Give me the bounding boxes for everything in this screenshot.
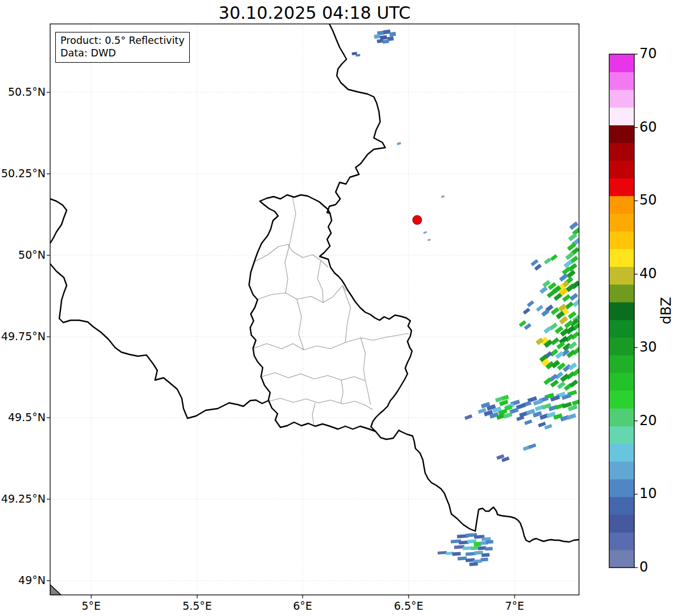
figure-title: 30.10.2025 04:18 UTC: [50, 3, 579, 23]
radar-echo-cell: [540, 286, 548, 294]
colorbar-segment: [609, 337, 634, 356]
regional-border: [343, 285, 350, 342]
x-tick-label: 7°E: [489, 599, 540, 612]
regional-border: [256, 285, 346, 303]
regional-border: [269, 398, 373, 410]
radar-site-marker: [413, 215, 422, 225]
colorbar-segment: [609, 444, 634, 462]
colorbar-segment: [609, 479, 634, 497]
colorbar-segment: [609, 462, 634, 480]
radar-echo-cell: [441, 195, 445, 198]
national-border: [50, 264, 268, 418]
colorbar-segment: [609, 408, 634, 426]
radar-echo-cell: [377, 39, 384, 43]
radar-echo-cell: [486, 540, 493, 544]
colorbar-segment: [609, 54, 634, 72]
colorbar-segment: [609, 214, 634, 232]
colorbar-segment: [609, 302, 634, 320]
colorbar-tick-label: 40: [639, 266, 657, 282]
radar-echo-cell: [567, 413, 576, 419]
radar-echo-cell: [523, 308, 530, 315]
radar-echo-cell: [524, 323, 531, 330]
colorbar-segment: [609, 89, 634, 108]
colorbar-tick-label: 70: [639, 46, 657, 62]
radar-echo-cell: [397, 142, 401, 145]
y-tick-label: 49°N: [0, 574, 46, 586]
radar-echo-cell: [531, 259, 539, 267]
regional-border: [255, 244, 328, 267]
product-info-box: Product: 0.5° Reflectivity Data: DWD: [55, 32, 190, 63]
colorbar-segment: [609, 390, 634, 409]
colorbar-segment: [609, 231, 634, 250]
axis-ticks: [47, 92, 515, 598]
colorbar-tick-label: 0: [639, 559, 648, 575]
colorbar-segment: [609, 515, 634, 533]
y-tick-label: 50.5°N: [0, 85, 46, 98]
x-tick-label: 5°E: [66, 599, 117, 612]
radar-echo-cell: [374, 34, 381, 39]
colorbar-segment: [609, 373, 634, 391]
regional-border: [312, 403, 315, 426]
y-tick-label: 49.5°N: [0, 411, 46, 423]
radar-echo-cell: [382, 39, 389, 43]
radar-echo-cell: [569, 293, 578, 301]
radar-echo-cell: [519, 320, 526, 327]
colorbar-segment: [609, 196, 634, 214]
national-border: [249, 195, 412, 431]
colorbar-segment: [609, 320, 634, 338]
colorbar-segment: [609, 72, 634, 90]
colorbar-axis-label: dBZ: [658, 287, 675, 334]
radar-echo-cell: [463, 546, 472, 550]
colorbar-segment: [609, 107, 634, 125]
colorbar-tick-label: 60: [639, 119, 657, 135]
product-line: Product: 0.5° Reflectivity: [60, 34, 185, 47]
data-source-line: Data: DWD: [60, 47, 185, 59]
radar-echo-cell: [528, 443, 536, 449]
radar-echo-cell: [480, 558, 488, 562]
y-tick-label: 50.25°N: [0, 167, 46, 180]
x-tick-label: 5.5°E: [172, 599, 223, 612]
radar-echo-cell: [482, 553, 490, 557]
colorbar-segment: [609, 125, 634, 143]
colorbar-segment: [609, 142, 634, 161]
national-border: [50, 199, 67, 243]
colorbar-segment: [609, 532, 634, 550]
regional-border: [341, 380, 343, 403]
colorbar-tick-label: 30: [639, 339, 657, 355]
regional-border: [361, 338, 370, 405]
x-tick-label: 6.5°E: [383, 599, 434, 612]
colorbar-segment: [609, 284, 634, 303]
radar-echo-cell: [469, 562, 478, 566]
y-tick-label: 49.25°N: [0, 492, 46, 505]
colorbar-tick-label: 20: [639, 413, 657, 429]
colorbar-segment: [609, 426, 634, 444]
colorbar-segment: [609, 355, 634, 373]
colorbar-segment: [609, 497, 634, 515]
map-content: [50, 24, 582, 595]
y-tick-label: 49.75°N: [0, 330, 46, 342]
radar-echo-cell: [438, 551, 447, 554]
colorbar-segment: [609, 267, 634, 285]
radar-echo-cell: [527, 300, 534, 307]
corner-land-patch: [50, 585, 61, 595]
radar-echo-cell: [485, 547, 492, 551]
regional-border: [317, 260, 323, 303]
regional-border: [288, 197, 296, 245]
colorbar-tick-label: 10: [639, 486, 657, 501]
radar-echo-cell: [423, 231, 427, 234]
colorbar-segment: [609, 178, 634, 196]
map-frame: [50, 24, 579, 595]
x-tick-label: 6°E: [277, 599, 328, 612]
radar-map-canvas: [0, 0, 685, 616]
colorbar-segment: [609, 550, 634, 568]
colorbar-segment: [609, 160, 634, 178]
radar-echo-cell: [478, 546, 486, 550]
radar-echo-cell: [524, 419, 532, 425]
radar-echo-cell: [452, 552, 460, 556]
regional-border: [262, 373, 365, 381]
radar-echo-cell: [568, 341, 577, 349]
regional-border: [285, 245, 290, 293]
radar-echo-cell: [572, 399, 581, 406]
radar-echo-cell: [572, 299, 581, 307]
radar-echo-cell: [551, 337, 559, 345]
